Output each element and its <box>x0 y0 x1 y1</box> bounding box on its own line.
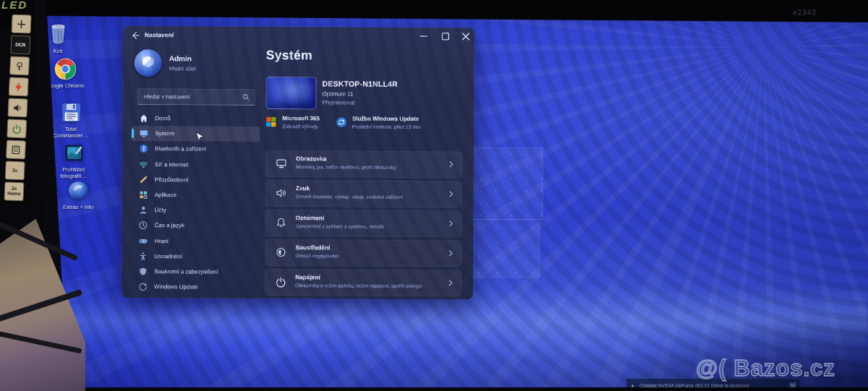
bezel-sticker <box>12 14 32 34</box>
selection-indicator <box>132 129 134 138</box>
card-subtitle: Monitory, jas, noční osvětlení, profil o… <box>296 164 396 170</box>
sidebar-item[interactable]: Síť a internet <box>131 157 260 173</box>
user-avatar <box>135 49 162 77</box>
bezel-sticker <box>7 98 27 117</box>
settings-card[interactable]: Zvuk Úrovně hlasitosti, výstup, vstup, z… <box>265 180 462 207</box>
sidebar-item-label: Domů <box>155 115 170 121</box>
bezel-sticker: 2x Home <box>4 181 24 201</box>
monitor-screen: Koš Google Chrome Total Commander ... Pr… <box>0 0 868 391</box>
sidebar-item-label: Usnadnění <box>154 253 182 259</box>
sidebar-item[interactable]: Přizpůsobení <box>131 172 260 188</box>
monitor-model-text: e2343 <box>793 9 817 17</box>
settings-card-list: Obrazovka Monitory, jas, noční osvětlení… <box>265 150 462 300</box>
chevron-right-icon <box>446 249 455 257</box>
panel-icon <box>10 144 22 155</box>
screen-reflection <box>469 219 540 278</box>
accounts-icon <box>139 205 148 215</box>
card-subtitle: Obrazovka a režim spánku, režim napájení… <box>295 283 422 288</box>
bezel-sticker <box>9 56 30 75</box>
card-subtitle: Omezit rozptylování <box>295 253 339 258</box>
window-title: Nastavení <box>145 31 174 38</box>
maximize-button[interactable] <box>437 30 454 43</box>
sidebar-item[interactable]: Aplikace <box>131 187 260 203</box>
sidebar-item[interactable]: Usnadnění <box>130 249 259 265</box>
cross-icon <box>16 18 27 30</box>
settings-card[interactable]: Napájení Obrazovka a režim spánku, režim… <box>265 269 461 296</box>
minimize-button[interactable] <box>415 30 433 43</box>
sidebar-item[interactable]: Účty <box>131 202 260 218</box>
toast-close-button[interactable] <box>789 382 796 390</box>
back-button[interactable] <box>129 30 142 41</box>
account-name: Admin <box>169 54 192 62</box>
sidebar-item-label: Síť a internet <box>155 161 188 168</box>
settings-card[interactable]: Oznámení Upozornění z aplikací a systému… <box>265 210 461 237</box>
quick-link-title: Microsoft 365 <box>282 115 320 121</box>
sound-icon <box>276 187 287 199</box>
notifications-icon <box>276 217 287 228</box>
sidebar-item-label: Hraní <box>154 238 169 244</box>
settings-window: Nastavení Admin Místní účet Domů Systém <box>122 26 475 300</box>
card-subtitle: Upozornění z aplikací a systému, nerušit <box>296 223 384 229</box>
screen-reflection <box>472 147 543 220</box>
time-language-icon <box>139 221 148 231</box>
bezel-sticker-column: DCR 2x 2x Home <box>4 14 31 202</box>
extras-info-icon <box>67 179 90 202</box>
desktop-icon-label: Extras + info <box>63 204 93 210</box>
close-button[interactable] <box>457 30 475 43</box>
account-type: Místní účet <box>169 65 196 72</box>
recycle-bin-icon <box>47 20 69 46</box>
account-section[interactable]: Admin Místní účet <box>133 48 256 80</box>
bluetooth-icon <box>139 145 148 154</box>
device-thumbnail <box>265 77 316 109</box>
display-icon <box>276 158 287 169</box>
settings-card[interactable]: Soustředění Omezit rozptylování <box>265 239 461 267</box>
card-title: Obrazovka <box>296 155 326 162</box>
sidebar-item[interactable]: Čas a jazyk <box>130 218 259 233</box>
privacy-icon <box>138 267 148 276</box>
windows-update-service-icon <box>336 117 346 128</box>
sidebar-item[interactable]: Domů <box>131 111 260 126</box>
sidebar-item[interactable]: Hraní <box>130 233 259 249</box>
accessibility-icon <box>138 252 148 261</box>
search-box <box>137 88 255 106</box>
touch-icon <box>14 60 25 72</box>
quick-links-row: Microsoft 365 Zobrazit výhody Služba Win… <box>265 115 421 129</box>
rename-link[interactable]: Přejmenovat <box>322 99 354 106</box>
led-sticker-label: LED <box>1 0 27 11</box>
personalization-icon <box>139 175 148 184</box>
watermark-text: @( Bazos.cz <box>696 356 835 382</box>
bezel-sticker: DCR <box>10 35 30 55</box>
chevron-right-icon <box>447 189 456 198</box>
quick-link-title: Služba Windows Update <box>352 116 421 122</box>
sidebar-item-label: Soukromí a zabezpečení <box>154 268 218 275</box>
desktop-icon-label: Google Chrome <box>46 82 85 89</box>
card-title: Soustředění <box>295 244 330 251</box>
network-icon <box>139 160 148 169</box>
card-title: Oznámení <box>296 214 325 221</box>
photo-viewer-icon <box>63 142 85 164</box>
desktop-icon-label: Koš <box>54 48 63 54</box>
system-icon <box>139 129 148 138</box>
chevron-right-icon <box>447 219 456 228</box>
settings-card[interactable]: Obrazovka Monitory, jas, noční osvětlení… <box>265 150 462 178</box>
sidebar-item[interactable]: Windows Update <box>130 279 259 295</box>
quick-link[interactable]: Microsoft 365 Zobrazit výhody <box>265 115 320 129</box>
focus-icon <box>275 246 286 258</box>
sidebar-item-label: Windows Update <box>154 283 198 290</box>
search-icon <box>242 93 250 101</box>
quick-link-subtitle: Poslední kontrola: před 13 min <box>352 124 421 129</box>
microsoft-365-icon <box>265 116 276 127</box>
windows-update-icon <box>138 282 148 291</box>
card-title: Zvuk <box>296 184 310 192</box>
speaker-icon <box>12 102 24 113</box>
chevron-right-icon <box>446 278 455 287</box>
settings-card[interactable]: Úložiště <box>265 298 461 300</box>
sidebar-item[interactable]: Soukromí a zabezpečení <box>130 264 259 280</box>
search-input[interactable] <box>137 93 242 100</box>
device-model: Optimum 11 <box>322 90 353 97</box>
sidebar-item-label: Systém <box>155 131 174 137</box>
bezel-sticker <box>7 119 27 138</box>
quick-link[interactable]: Služba Windows Update Poslední kontrola:… <box>336 116 421 130</box>
sidebar-item-label: Přizpůsobení <box>155 176 189 183</box>
bolt-icon <box>13 81 25 93</box>
